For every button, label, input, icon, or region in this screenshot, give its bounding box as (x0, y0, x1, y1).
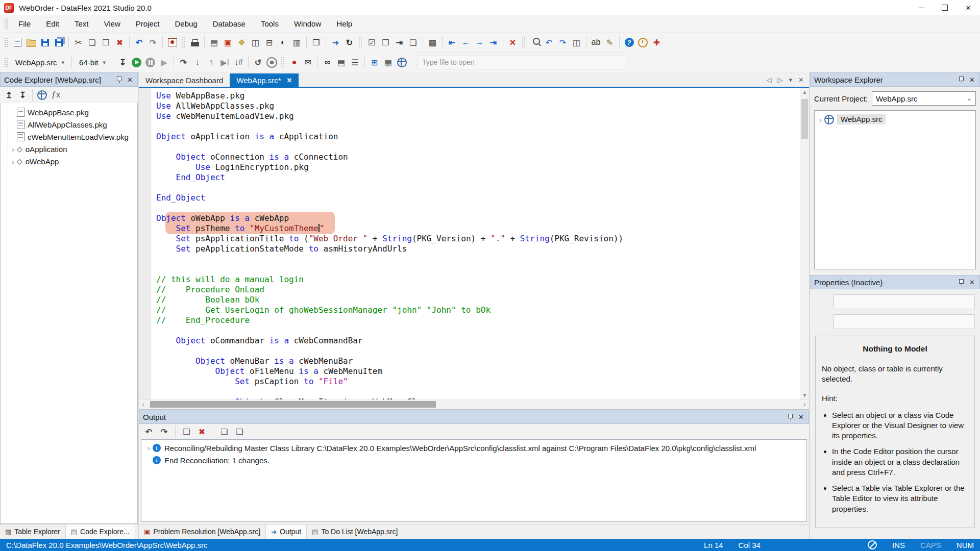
locate-in-code-icon[interactable]: ↥ (2, 88, 16, 102)
code-editor[interactable]: Use WebAppBase.pkgUse AllWebAppClasses.p… (139, 88, 809, 399)
tree-item-webappbase.pkg[interactable]: WebAppBase.pkg (9, 106, 137, 118)
spell-check-icon[interactable]: ab (589, 36, 603, 49)
tab-close-icon[interactable]: ✕ (798, 76, 804, 84)
pause-icon[interactable] (143, 56, 157, 69)
code-line[interactable]: End_Object (156, 172, 623, 183)
open-file-input[interactable] (417, 56, 626, 69)
code-line[interactable]: // this will do a manual login (156, 274, 623, 285)
tab-problem-resolution-webapp-src[interactable]: ▣Problem Resolution [WebApp.src] (139, 524, 266, 539)
compile-icon[interactable]: ↧ (116, 56, 130, 69)
tab-scroll-left-icon[interactable]: ◁ (767, 76, 772, 84)
clipboard-tool-icon[interactable]: ❐ (379, 36, 393, 49)
code-line[interactable]: Object oConnection is a cConnection (156, 152, 623, 162)
copy-branch-icon[interactable]: ❏ (217, 425, 231, 439)
redo-icon[interactable]: ↷ (146, 36, 160, 49)
document-inspect-icon[interactable]: ❏ (406, 36, 420, 49)
toolbar-grip[interactable] (4, 19, 8, 29)
help-icon[interactable] (622, 36, 636, 49)
macro-record-icon[interactable] (165, 36, 179, 49)
export-icon[interactable]: ⇥ (393, 36, 406, 49)
code-line[interactable] (156, 325, 623, 336)
pin-icon[interactable] (115, 76, 122, 83)
code-line[interactable]: Object oWebApp is a cWebApp (156, 213, 623, 223)
menu-item-text[interactable]: Text (67, 15, 96, 32)
code-line[interactable]: Set psCaption to "File" (156, 377, 623, 387)
scroll-right-icon[interactable]: › (800, 400, 809, 409)
order-entry-wizard-icon[interactable]: ▤ (207, 36, 221, 49)
code-line[interactable]: Object oMenuBar is a cWebMenuBar (156, 356, 623, 366)
visual-designer-icon[interactable]: ▣ (221, 36, 235, 49)
webapp-classes-icon[interactable]: ▦ (381, 56, 395, 69)
save-icon[interactable] (38, 36, 52, 49)
report-wizard-icon[interactable]: ▥ (290, 36, 304, 49)
toggle-breakpoint-icon[interactable]: ● (287, 56, 301, 69)
editor-tab-webapp-src[interactable]: WebApp.src*✕ (230, 73, 299, 87)
menu-item-tools[interactable]: Tools (253, 15, 286, 32)
copy-icon[interactable]: ❏ (85, 36, 99, 49)
find-in-files-icon[interactable]: ◫ (570, 36, 583, 49)
clear-navigation-icon[interactable]: ✕ (506, 36, 520, 49)
call-stack-icon[interactable]: ☰ (348, 56, 362, 69)
next-message-icon[interactable]: ↷ (157, 425, 171, 439)
class-palette-icon[interactable]: ◐ (276, 36, 290, 49)
tab-to-do-list-webapp-src[interactable]: ▤To Do List [WebApp.src] (307, 524, 403, 539)
code-style-icon[interactable]: ✎ (603, 36, 617, 49)
find-previous-icon[interactable]: ↶ (542, 36, 556, 49)
horizontal-scrollbar[interactable]: ‹ › (139, 399, 809, 409)
find-next-icon[interactable]: ↷ (556, 36, 570, 49)
code-line[interactable]: // Boolean bOk (156, 295, 623, 305)
close-tab-icon[interactable]: ✕ (287, 77, 292, 84)
current-project-selector[interactable]: WebApp.src ⌄ (872, 91, 976, 106)
scroll-down-icon[interactable]: ▼ (800, 391, 809, 399)
close-icon[interactable]: ✕ (968, 279, 976, 286)
code-line[interactable]: // Procedure OnLoad (156, 285, 623, 295)
database-builder-icon[interactable]: ⊟ (262, 36, 276, 49)
menu-item-project[interactable]: Project (128, 15, 167, 32)
navigate-last-icon[interactable]: ⇥ (486, 36, 500, 49)
expand-icon[interactable]: › (817, 115, 824, 124)
code-line[interactable] (156, 264, 623, 274)
webapp-tables-icon[interactable]: ⊞ (368, 56, 381, 69)
scroll-left-icon[interactable]: ‹ (139, 400, 148, 409)
locals-window-icon[interactable]: ▤ (334, 56, 348, 69)
copy-all-icon[interactable]: ❏ (233, 425, 247, 439)
vertical-scroll-thumb[interactable] (801, 99, 808, 139)
close-button[interactable]: ✕ (957, 0, 980, 15)
navigate-back-icon[interactable]: ← (459, 36, 473, 49)
run-icon[interactable] (130, 56, 143, 69)
locate-from-code-icon[interactable]: ↧ (16, 88, 30, 102)
code-line[interactable]: // Get UserLogin of ghoWebSessionManager… (156, 305, 623, 315)
pin-icon[interactable] (958, 76, 965, 83)
code-line[interactable]: Use AllWebAppClasses.pkg (156, 101, 623, 111)
code-line[interactable]: Object oCommandbar is a cWebCommandBar (156, 336, 623, 346)
run-to-cursor-icon[interactable]: ▶I (218, 56, 232, 69)
function-filter-icon[interactable]: ƒx (49, 88, 63, 102)
close-icon[interactable]: ✕ (126, 76, 134, 84)
tab-output[interactable]: ➜Output (266, 524, 307, 539)
code-line[interactable]: // End_Procedure (156, 315, 623, 325)
output-row[interactable]: ›iReconciling/Rebuilding Master Class Li… (141, 442, 806, 454)
tree-item-owebapp[interactable]: ›◇oWebApp (9, 155, 137, 167)
new-window-icon[interactable]: ❐ (309, 36, 323, 49)
code-line[interactable]: Object oApplication is a cApplication (156, 132, 623, 142)
step-out-icon[interactable]: ↑ (204, 56, 218, 69)
maximize-button[interactable] (933, 0, 957, 15)
editor-tab-workspace-dashboard[interactable]: Workspace Dashboard (139, 73, 230, 87)
code-line[interactable]: Set psApplicationTitle to ("Web Order " … (156, 234, 623, 244)
tab-code-explore[interactable]: ▤Code Explore... (66, 524, 135, 539)
code-line[interactable] (156, 254, 623, 264)
stop-debugging-icon[interactable] (265, 56, 279, 69)
menu-item-database[interactable]: Database (205, 15, 253, 32)
copy-output-icon[interactable]: ❏ (180, 425, 193, 439)
close-icon[interactable]: ✕ (968, 76, 976, 84)
tab-scroll-right-icon[interactable]: ▷ (778, 76, 783, 84)
code-line[interactable]: Set peApplicationStateMode to asmHistory… (156, 244, 623, 254)
output-row[interactable]: iEnd Reconciliation: 1 changes. (141, 454, 806, 466)
webapp-globe-icon[interactable] (395, 56, 409, 69)
pin-icon[interactable] (958, 279, 965, 286)
expand-icon[interactable]: › (9, 157, 17, 166)
close-icon[interactable]: ✕ (797, 413, 805, 421)
step-over-icon[interactable]: ↷ (177, 56, 190, 69)
code-line[interactable] (156, 183, 623, 193)
code-line[interactable] (156, 346, 623, 356)
